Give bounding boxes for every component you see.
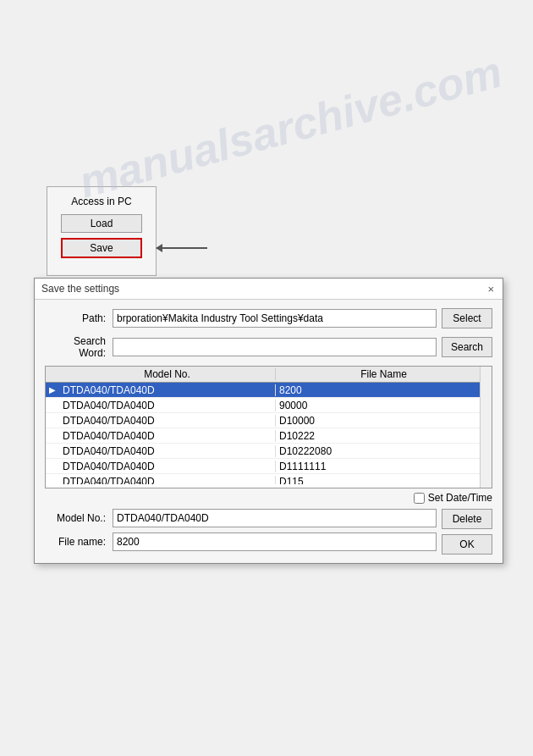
file-name-input[interactable]	[113, 533, 437, 551]
save-button[interactable]: Save	[61, 238, 142, 258]
set-datetime-row: Set Date/Time	[45, 492, 492, 504]
dialog-body: Path: Select Search Word: Search Model N…	[35, 300, 503, 563]
table-row[interactable]: DTDA040/TDA040DD10222080	[46, 444, 492, 459]
ok-button[interactable]: OK	[442, 534, 492, 555]
bottom-buttons: Delete OK	[442, 509, 492, 555]
watermark: manualsarchive.com	[74, 46, 507, 207]
search-word-row: Search Word: Search	[45, 335, 492, 359]
file-table: Model No. File Name ▶DTDA040/TDA040D8200…	[45, 366, 492, 488]
bottom-section: Model No.: File name: Delete OK	[45, 509, 492, 555]
th-filename: File Name	[276, 368, 492, 380]
table-row[interactable]: ▶DTDA040/TDA040D8200	[46, 383, 492, 398]
table-row[interactable]: DTDA040/TDA040DD115	[46, 474, 492, 484]
table-scrollbar[interactable]	[480, 367, 492, 488]
path-label: Path:	[45, 312, 113, 324]
search-button[interactable]: Search	[442, 337, 492, 357]
table-row[interactable]: DTDA040/TDA040DD10000	[46, 413, 492, 428]
table-row[interactable]: DTDA040/TDA040DD10222	[46, 428, 492, 444]
search-word-input[interactable]	[113, 338, 437, 356]
file-name-label: File name:	[45, 536, 113, 548]
dialog-title: Save the settings	[41, 283, 119, 295]
bottom-form: Model No.: File name:	[45, 509, 437, 551]
th-model: Model No.	[59, 368, 276, 380]
save-arrow	[157, 247, 207, 249]
table-row[interactable]: DTDA040/TDA040DD1111111	[46, 459, 492, 474]
path-input[interactable]	[113, 309, 437, 328]
table-header: Model No. File Name	[46, 367, 492, 383]
set-datetime-label: Set Date/Time	[428, 492, 492, 504]
access-panel-title: Access in PC	[61, 196, 142, 207]
delete-button[interactable]: Delete	[442, 509, 492, 529]
save-settings-dialog: Save the settings × Path: Select Search …	[34, 278, 503, 564]
load-button[interactable]: Load	[61, 214, 142, 233]
model-no-row: Model No.:	[45, 509, 437, 527]
file-name-row: File name:	[45, 533, 437, 551]
set-datetime-checkbox[interactable]	[414, 493, 425, 504]
access-panel: Access in PC Load Save	[47, 186, 157, 276]
model-no-label: Model No.:	[45, 512, 113, 524]
table-body: ▶DTDA040/TDA040D8200DTDA040/TDA040D90000…	[46, 383, 492, 484]
path-row: Path: Select	[45, 308, 492, 328]
search-word-label: Search Word:	[45, 335, 113, 359]
th-indicator	[46, 368, 59, 380]
select-button[interactable]: Select	[442, 308, 492, 328]
dialog-close-button[interactable]: ×	[486, 284, 496, 295]
dialog-titlebar: Save the settings ×	[35, 279, 503, 300]
model-no-input[interactable]	[113, 509, 437, 527]
table-row[interactable]: DTDA040/TDA040D90000	[46, 398, 492, 413]
